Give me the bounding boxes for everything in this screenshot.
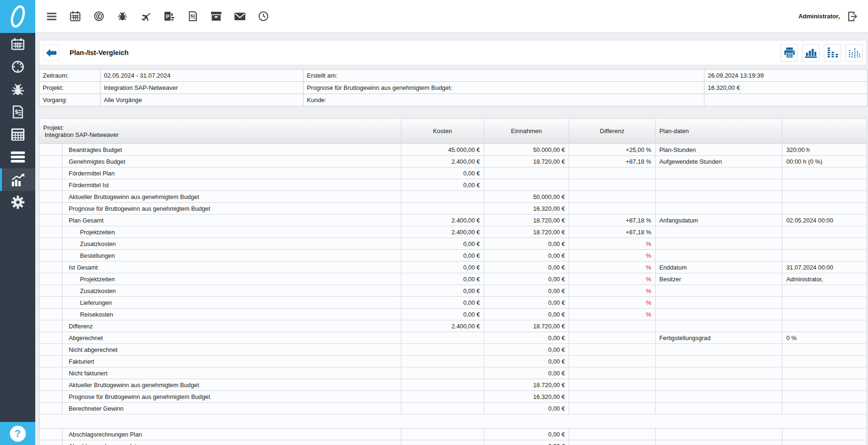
info-value: 02.05.2024 - 31.07.2024 bbox=[101, 70, 304, 82]
row-indent-cell bbox=[39, 226, 63, 238]
archive-icon[interactable] bbox=[210, 10, 222, 23]
einnahmen-value: 0,00 € bbox=[484, 309, 569, 320]
table-row: Aktueller Bruttogewinn aus genehmigtem B… bbox=[39, 191, 867, 203]
svg-text:$: $ bbox=[15, 109, 18, 115]
table-row: Zusatzkosten0,00 €0,00 €% bbox=[39, 285, 867, 297]
sidebar-item-settings[interactable] bbox=[0, 191, 35, 214]
stacked-chart-button[interactable] bbox=[824, 44, 841, 62]
einnahmen-value: 50.000,00 € bbox=[484, 191, 569, 203]
plan-label bbox=[655, 191, 782, 203]
row-label: Fördermittel Plan bbox=[63, 167, 401, 179]
report-icon[interactable]: P bbox=[163, 10, 175, 23]
sidebar-item-list[interactable] bbox=[0, 146, 35, 168]
kosten-value bbox=[401, 440, 484, 445]
info-label: Kunde: bbox=[304, 94, 704, 106]
help-button[interactable]: ? bbox=[0, 422, 35, 445]
kosten-value bbox=[401, 379, 484, 391]
dotted-chart-button[interactable] bbox=[845, 44, 863, 62]
help-icon: ? bbox=[10, 426, 26, 442]
plan-value bbox=[782, 167, 867, 179]
calendar-icon[interactable] bbox=[69, 10, 81, 23]
einnahmen-value bbox=[484, 167, 569, 179]
comparison-table: Projekt: Integration SAP-Netweaver Koste… bbox=[39, 118, 867, 445]
sidebar-item-calendar[interactable] bbox=[0, 33, 35, 56]
row-label: Zusatzkosten bbox=[63, 238, 401, 250]
row-label: Berechneter Gewinn bbox=[63, 403, 401, 414]
differenz-value: +87,18 % bbox=[569, 215, 656, 226]
plan-value: 31.07.2024 00:00 bbox=[782, 262, 867, 273]
row-label: Aktueller Bruttogewinn aus genehmigtem B… bbox=[63, 379, 401, 391]
table-row: Nicht abgerechnet0,00 € bbox=[39, 344, 867, 356]
einnahmen-value: 0,00 € bbox=[484, 356, 569, 367]
plan-value: 02.05.2024 00:00 bbox=[782, 215, 867, 226]
table-row: Plan Gesamt2.400,00 €18.720,00 €+87,18 %… bbox=[39, 215, 867, 226]
einnahmen-value: 0,00 € bbox=[484, 332, 569, 344]
differenz-value bbox=[569, 356, 656, 367]
plan-value bbox=[782, 429, 867, 440]
row-label: Abgerechnet bbox=[63, 332, 401, 344]
einnahmen-value: 0,00 € bbox=[484, 440, 569, 445]
einnahmen-value: 16.320,00 € bbox=[484, 203, 569, 215]
app-logo[interactable] bbox=[0, 0, 35, 33]
differenz-value: % bbox=[569, 297, 656, 309]
plan-value bbox=[782, 344, 867, 356]
row-indent-cell bbox=[39, 403, 63, 414]
einnahmen-value: 0,00 € bbox=[484, 262, 569, 273]
sidebar: $ bbox=[0, 33, 35, 422]
col-header-project: Projekt: Integration SAP-Netweaver bbox=[39, 119, 401, 144]
col-header-differenz: Differenz bbox=[569, 119, 656, 144]
mail-icon[interactable] bbox=[234, 10, 246, 23]
table-row: Projektzeiten2.400,00 €18.720,00 €+87,18… bbox=[39, 226, 867, 238]
report-info-grid: Zeitraum: 02.05.2024 - 31.07.2024 Erstel… bbox=[39, 69, 867, 106]
info-label: Vorgang: bbox=[39, 94, 101, 106]
kosten-value bbox=[401, 203, 484, 215]
euro-badge-icon[interactable]: € bbox=[93, 10, 105, 23]
table-row: Bestellungen0,00 €0,00 €% bbox=[39, 250, 867, 262]
plan-label bbox=[655, 238, 782, 250]
einnahmen-value: 50.000,00 € bbox=[484, 144, 569, 156]
plan-value bbox=[782, 309, 867, 320]
time-icon[interactable] bbox=[257, 10, 269, 23]
differenz-value bbox=[569, 332, 656, 344]
table-row: Projektzeiten0,00 €0,00 €%BesitzerAdmini… bbox=[39, 273, 867, 285]
plan-label bbox=[655, 379, 782, 391]
sidebar-item-calculator[interactable] bbox=[0, 123, 35, 146]
print-button[interactable] bbox=[781, 44, 798, 62]
bar-chart-icon bbox=[805, 48, 817, 58]
plan-value bbox=[782, 179, 867, 191]
info-label: Zeitraum: bbox=[39, 70, 101, 82]
row-indent-cell bbox=[39, 391, 63, 403]
sidebar-item-dial[interactable] bbox=[0, 56, 35, 78]
sidebar-item-plan-ist-report[interactable] bbox=[0, 168, 35, 191]
dotted-chart-icon bbox=[849, 48, 860, 58]
plan-value bbox=[782, 356, 867, 367]
plan-value bbox=[782, 191, 867, 203]
logout-icon[interactable] bbox=[846, 10, 859, 23]
bar-chart-button[interactable] bbox=[802, 44, 820, 62]
bug-icon bbox=[11, 83, 25, 96]
row-label: Nicht fakturiert bbox=[63, 367, 401, 379]
kosten-value: 2.400,00 € bbox=[401, 156, 484, 167]
sidebar-item-invoice[interactable]: $ bbox=[0, 101, 35, 123]
invoice-icon[interactable]: $ bbox=[187, 10, 199, 23]
plan-value bbox=[782, 391, 867, 403]
differenz-value bbox=[569, 403, 656, 414]
back-button[interactable] bbox=[43, 45, 59, 61]
table-row: Berechneter Gewinn0,00 € bbox=[39, 403, 867, 414]
einnahmen-value: 18.720,00 € bbox=[484, 156, 569, 167]
travel-icon[interactable] bbox=[140, 10, 152, 23]
comparison-table-body: Beantragtes Budget45.000,00 €50.000,00 €… bbox=[39, 144, 867, 445]
einnahmen-value bbox=[484, 179, 569, 191]
plan-value: 320:00 h bbox=[782, 144, 867, 156]
einnahmen-value: 18.720,00 € bbox=[484, 379, 569, 391]
bug-icon[interactable] bbox=[116, 10, 128, 23]
spacer-cell bbox=[39, 414, 867, 429]
differenz-value bbox=[569, 429, 656, 440]
row-indent-cell bbox=[39, 262, 63, 273]
header-tools bbox=[781, 44, 863, 62]
kosten-value bbox=[401, 332, 484, 344]
row-label: Zusatzkosten bbox=[63, 285, 401, 297]
menu-icon[interactable] bbox=[46, 10, 58, 23]
row-label: Differenz bbox=[63, 320, 401, 332]
sidebar-item-bug[interactable] bbox=[0, 78, 35, 101]
